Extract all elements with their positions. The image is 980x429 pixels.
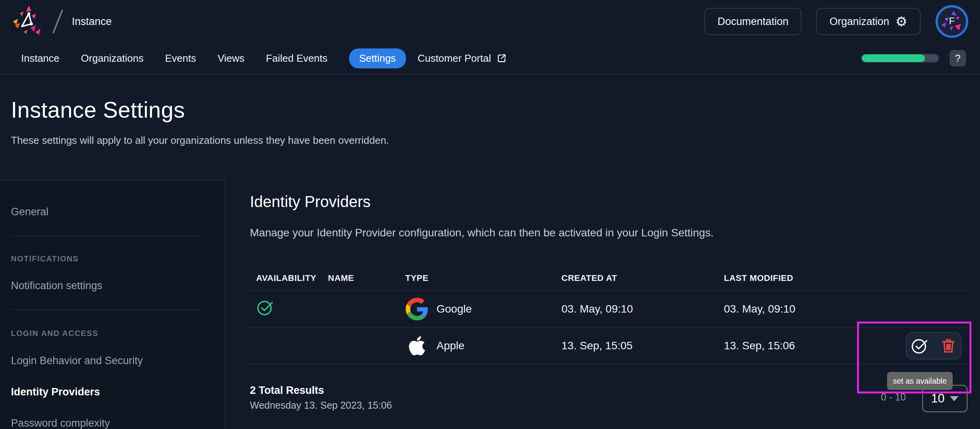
cell-created-at: 13. Sep, 15:05 <box>561 340 724 352</box>
app-window: Instance Documentation Organization ⚙ F … <box>0 0 980 429</box>
column-availability: AVAILABILITY <box>256 273 328 283</box>
annotation-rectangle <box>857 322 971 393</box>
tab-views[interactable]: Views <box>217 52 244 64</box>
google-icon <box>405 297 429 321</box>
usage-progress-fill <box>862 54 925 62</box>
breadcrumb-separator <box>52 9 63 34</box>
column-last-modified: LAST MODIFIED <box>724 273 888 283</box>
column-name: NAME <box>328 273 405 283</box>
section-description: Manage your Identity Provider configurat… <box>250 227 714 239</box>
sidebar-item-identity-providers[interactable]: Identity Providers <box>11 386 100 398</box>
table-header-row: AVAILABILITY NAME TYPE CREATED AT LAST M… <box>245 266 968 291</box>
tab-organizations[interactable]: Organizations <box>81 52 143 64</box>
tab-failed-events[interactable]: Failed Events <box>266 52 328 64</box>
page-size-value: 10 <box>931 391 944 406</box>
last-updated-timestamp: Wednesday 13. Sep 2023, 15:06 <box>250 400 392 411</box>
tab-customer-portal-label: Customer Portal <box>418 52 491 64</box>
cell-type-label: Google <box>437 303 472 315</box>
app-header: Instance Documentation Organization ⚙ F <box>0 0 980 43</box>
page-head: Instance Settings These settings will ap… <box>11 97 389 147</box>
total-results: 2 Total Results <box>250 384 392 397</box>
cell-created-at: 03. May, 09:10 <box>561 303 724 315</box>
sidebar-divider <box>11 236 199 236</box>
usage-progress-bar <box>862 54 939 62</box>
column-created-at: CREATED AT <box>561 273 724 283</box>
settings-sidebar: General NOTIFICATIONS Notification setti… <box>0 180 225 429</box>
avatar-initial: F <box>949 16 955 26</box>
avatar[interactable]: F <box>935 5 968 38</box>
documentation-button[interactable]: Documentation <box>704 8 802 35</box>
documentation-button-label: Documentation <box>718 16 789 28</box>
gear-icon: ⚙ <box>896 15 907 28</box>
cell-last-modified: 03. May, 09:10 <box>724 303 888 315</box>
sidebar-item-login-behavior[interactable]: Login Behavior and Security <box>11 355 143 367</box>
available-check-icon <box>256 299 274 316</box>
sidebar-section-notifications: NOTIFICATIONS <box>11 254 79 263</box>
zitadel-logo-icon[interactable] <box>11 5 43 38</box>
apple-icon <box>405 334 429 358</box>
tab-customer-portal[interactable]: Customer Portal <box>418 52 508 64</box>
tab-settings[interactable]: Settings <box>349 48 406 68</box>
instance-nav: Instance Organizations Events Views Fail… <box>0 43 980 74</box>
column-type: TYPE <box>405 273 561 283</box>
page-title: Instance Settings <box>11 97 389 123</box>
tab-events[interactable]: Events <box>165 52 196 64</box>
organization-button-label: Organization <box>829 16 889 28</box>
sidebar-divider <box>11 309 199 310</box>
tab-instance[interactable]: Instance <box>21 52 59 64</box>
chevron-down-icon <box>950 396 959 401</box>
sidebar-item-notification-settings[interactable]: Notification settings <box>11 280 102 292</box>
page-subtitle: These settings will apply to all your or… <box>11 134 389 147</box>
cell-type-label: Apple <box>437 340 465 352</box>
sidebar-item-password-complexity[interactable]: Password complexity <box>11 417 110 429</box>
sidebar-section-login-and-access: LOGIN AND ACCESS <box>11 329 98 338</box>
table-footer: 2 Total Results Wednesday 13. Sep 2023, … <box>250 384 392 411</box>
external-link-icon <box>496 53 507 64</box>
section-heading: Identity Providers <box>250 193 371 211</box>
sidebar-item-general[interactable]: General <box>11 206 48 218</box>
organization-button[interactable]: Organization ⚙ <box>816 8 921 35</box>
help-button[interactable]: ? <box>950 50 966 66</box>
breadcrumb[interactable]: Instance <box>72 16 112 28</box>
